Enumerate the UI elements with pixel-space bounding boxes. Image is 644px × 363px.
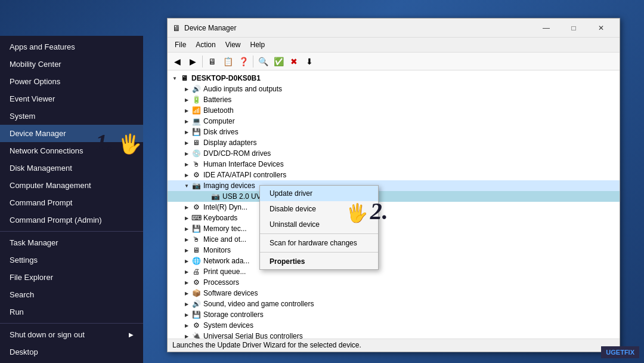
tree-usb[interactable]: ▶ 🔌 Universal Serial Bus controllers (168, 331, 620, 339)
context-menu-update-driver[interactable]: Update driver (260, 186, 378, 201)
sidebar-item-command-prompt[interactable]: Command Prompt (0, 194, 143, 211)
sidebar-item-task-manager[interactable]: Task Manager (0, 234, 143, 251)
menu-help[interactable]: Help (246, 39, 270, 51)
webcam-icon: 📷 (210, 192, 220, 201)
print-toggle-icon: ▶ (182, 267, 191, 276)
memory-label: Memory tec... (203, 224, 247, 233)
menu-view[interactable]: View (221, 39, 246, 51)
sidebar-item-run[interactable]: Run (0, 303, 143, 321)
tree-computer[interactable]: ▶ 💻 Computer (168, 116, 620, 127)
tree-system-devices[interactable]: ▶ ⚙ System devices (168, 320, 620, 331)
sidebar-item-mobility-center[interactable]: Mobility Center (0, 56, 143, 73)
tree-usb-webcam[interactable]: 📷 USB 2.0 UVC HD Webcam (168, 191, 620, 202)
toolbar-back-btn[interactable]: ◀ (170, 54, 184, 69)
sidebar-item-network-connections[interactable]: Network Connections (0, 142, 143, 159)
keyboards-label: Keyboards (203, 214, 237, 222)
toolbar-properties-btn[interactable]: 📋 (221, 54, 235, 69)
sidebar-item-system[interactable]: System (0, 107, 143, 125)
tree-processors[interactable]: ▶ ⚙ Processors (168, 277, 620, 288)
software-icon: 📦 (191, 288, 201, 298)
tree-display[interactable]: ▶ 🖥 Display adapters (168, 137, 620, 148)
toolbar-forward-btn[interactable]: ▶ (185, 54, 200, 69)
tree-area[interactable]: ▼ 🖥 DESKTOP-D0KS0B1 ▶ 🔊 Audio inputs and… (168, 70, 620, 339)
toolbar-computer-btn[interactable]: 🖥 (205, 54, 219, 69)
command-prompt-admin-label: Command Prompt (Admin) (10, 216, 102, 224)
sidebar-item-desktop[interactable]: Desktop (0, 343, 143, 361)
apps-features-label: Apps and Features (10, 42, 75, 51)
device-manager-title-icon: 🖥 (172, 23, 181, 33)
network-label: Network ada... (203, 257, 249, 265)
toolbar-help-btn[interactable]: ❓ (236, 54, 250, 69)
maximize-button[interactable]: □ (560, 19, 587, 38)
intel-toggle-icon: ▶ (182, 202, 191, 212)
tree-sound[interactable]: ▶ 🔊 Sound, video and game controllers (168, 299, 620, 309)
tree-print[interactable]: ▶ 🖨 Print queue... (168, 266, 620, 277)
toolbar-disable-btn[interactable]: ✖ (287, 54, 301, 69)
memory-icon: 💾 (191, 224, 201, 233)
sidebar-item-settings[interactable]: Settings (0, 251, 143, 269)
watermark-suffix: FIX (624, 349, 634, 356)
usb-label: Universal Serial Bus controllers (203, 332, 303, 339)
toolbar-enable-btn[interactable]: ✅ (271, 54, 286, 69)
tree-keyboards[interactable]: ▶ ⌨ Keyboards (168, 213, 620, 223)
context-menu-properties[interactable]: Properties (260, 254, 378, 269)
run-label: Run (10, 307, 24, 316)
mice-toggle-icon: ▶ (182, 235, 191, 244)
root-toggle-icon: ▼ (170, 73, 179, 83)
context-menu-disable-device[interactable]: Disable device (260, 201, 378, 217)
command-prompt-label: Command Prompt (10, 198, 72, 207)
intel-label: Intel(R) Dyn... (203, 203, 247, 211)
sidebar-item-shutdown[interactable]: Shut down or sign out ▶ (0, 326, 143, 343)
sidebar-item-search[interactable]: Search (0, 286, 143, 303)
print-label: Print queue... (203, 267, 246, 276)
tree-bluetooth[interactable]: ▶ 📶 Bluetooth (168, 105, 620, 116)
keyboards-icon: ⌨ (191, 213, 201, 223)
tree-root[interactable]: ▼ 🖥 DESKTOP-D0KS0B1 (168, 73, 620, 84)
sidebar-item-disk-management[interactable]: Disk Management (0, 159, 143, 177)
tree-disk-drives[interactable]: ▶ 💾 Disk drives (168, 127, 620, 137)
tree-imaging[interactable]: ▼ 📷 Imaging devices (168, 180, 620, 191)
hid-icon: 🖱 (191, 159, 201, 169)
tree-human-interface[interactable]: ▶ 🖱 Human Interface Devices (168, 159, 620, 170)
tree-dvd[interactable]: ▶ 💿 DVD/CD-ROM drives (168, 148, 620, 159)
tree-mice[interactable]: ▶ 🖱 Mice and ot... (168, 234, 620, 245)
context-menu-scan[interactable]: Scan for hardware changes (260, 235, 378, 251)
toolbar-update-btn[interactable]: ⬇ (302, 54, 317, 69)
computer-name: DESKTOP-D0KS0B1 (191, 74, 261, 82)
sidebar-item-power-options[interactable]: Power Options (0, 73, 143, 90)
monitors-label: Monitors (203, 246, 231, 254)
tree-audio[interactable]: ▶ 🔊 Audio inputs and outputs (168, 84, 620, 94)
network-connections-label: Network Connections (10, 146, 83, 155)
tree-network[interactable]: ▶ 🌐 Network ada... (168, 256, 620, 266)
menu-file[interactable]: File (170, 39, 191, 51)
tree-ide[interactable]: ▶ ⚙ IDE ATA/ATAPI controllers (168, 170, 620, 180)
sidebar-item-computer-management[interactable]: Computer Management (0, 177, 143, 194)
sidebar-item-device-manager[interactable]: Device Manager (0, 125, 143, 142)
keyboards-toggle-icon: ▶ (182, 213, 191, 223)
tree-monitors[interactable]: ▶ 🖥 Monitors (168, 245, 620, 256)
context-menu-uninstall-device[interactable]: Uninstall device (260, 217, 378, 232)
tree-storage[interactable]: ▶ 💾 Storage controllers (168, 309, 620, 320)
separator-2 (0, 323, 143, 324)
tree-intel[interactable]: ▶ ⚙ Intel(R) Dyn... (168, 202, 620, 213)
disk-management-label: Disk Management (10, 164, 72, 173)
display-icon: 🖥 (191, 138, 201, 147)
close-button[interactable]: ✕ (587, 19, 615, 38)
sidebar-item-event-viewer[interactable]: Event Viewer (0, 90, 143, 107)
tree-memory[interactable]: ▶ 💾 Memory tec... (168, 223, 620, 234)
sidebar-item-apps-features[interactable]: Apps and Features (0, 38, 143, 56)
toolbar-scan-btn[interactable]: 🔍 (256, 54, 270, 69)
minimize-button[interactable]: — (532, 19, 560, 38)
storage-icon: 💾 (191, 310, 201, 319)
display-toggle-icon: ▶ (182, 138, 191, 147)
sidebar-item-file-explorer[interactable]: File Explorer (0, 269, 143, 286)
batteries-toggle-icon: ▶ (182, 95, 191, 104)
menu-action[interactable]: Action (191, 39, 220, 51)
desktop-label: Desktop (10, 347, 38, 356)
sidebar-item-command-prompt-admin[interactable]: Command Prompt (Admin) (0, 211, 143, 229)
system-devices-toggle-icon: ▶ (182, 321, 191, 330)
tree-software[interactable]: ▶ 📦 Software devices (168, 288, 620, 299)
computer-node-icon: 💻 (191, 116, 201, 126)
tree-batteries[interactable]: ▶ 🔋 Batteries (168, 94, 620, 105)
event-viewer-label: Event Viewer (10, 94, 55, 103)
